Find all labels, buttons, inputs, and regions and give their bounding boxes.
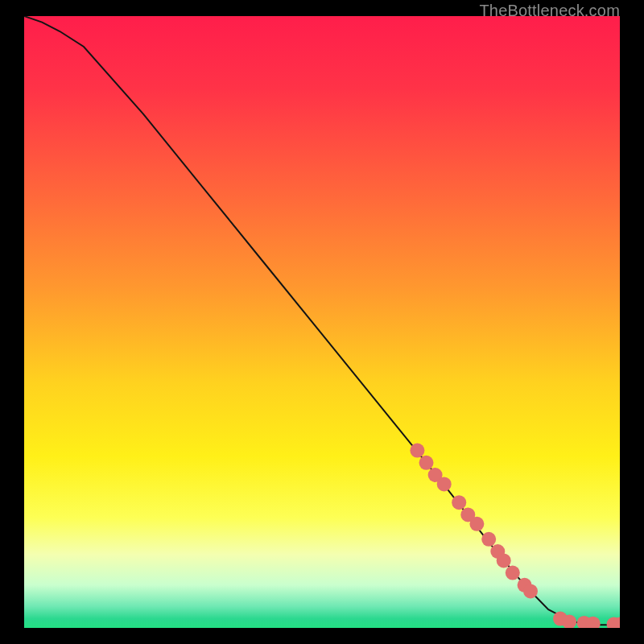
data-marker [506,566,520,580]
data-marker [497,553,511,568]
chart-frame: TheBottleneck.com [0,0,644,644]
plot-area [24,16,620,628]
marker-layer [410,444,620,628]
data-marker [452,495,466,510]
chart-svg [24,16,620,628]
data-marker [419,456,434,470]
data-marker [410,444,424,458]
curve-path [24,16,620,625]
data-marker [523,584,538,598]
data-marker [481,532,496,547]
data-marker [469,517,484,531]
data-marker [437,477,452,491]
